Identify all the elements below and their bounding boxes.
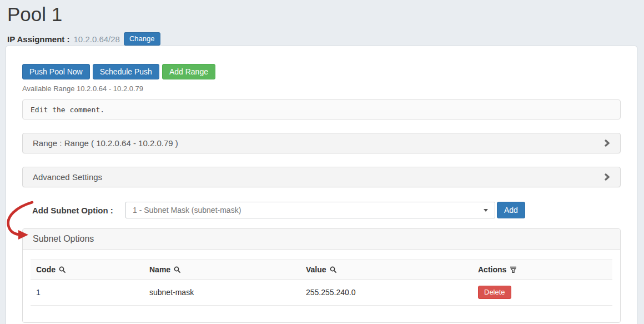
change-button[interactable]: Change <box>124 32 160 46</box>
advanced-settings-title: Advanced Settings <box>33 172 102 182</box>
ip-assignment-line: IP Assignment : 10.2.0.64/28 Change <box>7 32 160 46</box>
table-row: 1 subnet-mask 255.255.240.0 Delete <box>31 280 612 306</box>
column-label: Code <box>36 265 56 274</box>
add-subnet-option-button[interactable]: Add <box>497 202 525 218</box>
add-subnet-option-row: Add Subnet Option : 1 - Subnet Mask (sub… <box>32 202 621 218</box>
toolbar: Push Pool Now Schedule Push Add Range <box>22 64 621 79</box>
column-header-actions: Actions <box>472 260 612 280</box>
page-title: Pool 1 <box>7 3 62 26</box>
search-icon[interactable] <box>330 266 337 273</box>
range-accordion-title: Range : Range ( 10.2.0.64 - 10.2.0.79 ) <box>33 138 178 148</box>
add-range-button[interactable]: Add Range <box>162 64 215 79</box>
available-range-text: Available Range 10.2.0.64 - 10.2.0.79 <box>22 84 621 93</box>
caret-down-icon <box>484 209 488 212</box>
add-subnet-option-label: Add Subnet Option : <box>32 206 125 215</box>
column-header-name: Name <box>144 260 300 280</box>
ip-assignment-value: 10.2.0.64/28 <box>74 34 120 44</box>
comment-input[interactable]: Edit the comment. <box>22 99 621 119</box>
schedule-push-button[interactable]: Schedule Push <box>93 64 159 79</box>
search-icon[interactable] <box>174 266 181 273</box>
pool-card: Push Pool Now Schedule Push Add Range Av… <box>6 46 637 324</box>
chevron-right-icon <box>604 139 610 147</box>
cell-code: 1 <box>31 280 144 306</box>
subnet-options-panel-body: Code Name <box>23 250 620 322</box>
advanced-settings-accordion-header[interactable]: Advanced Settings <box>22 167 621 187</box>
subnet-options-panel-title: Subnet Options <box>23 229 620 250</box>
column-header-code: Code <box>31 260 144 280</box>
table-header-row: Code Name <box>31 260 612 280</box>
cell-name: subnet-mask <box>144 280 300 306</box>
push-pool-now-button[interactable]: Push Pool Now <box>22 64 90 79</box>
subnet-options-table: Code Name <box>31 260 612 306</box>
column-label: Actions <box>478 265 506 274</box>
column-header-value: Value <box>300 260 472 280</box>
filter-icon[interactable] <box>510 266 517 273</box>
search-icon[interactable] <box>59 266 66 273</box>
range-accordion-header[interactable]: Range : Range ( 10.2.0.64 - 10.2.0.79 ) <box>22 133 621 153</box>
ip-assignment-label: IP Assignment : <box>7 34 70 44</box>
subnet-option-select[interactable]: 1 - Subnet Mask (subnet-mask) <box>125 202 495 218</box>
cell-actions: Delete <box>472 280 612 306</box>
cell-value: 255.255.240.0 <box>300 280 472 306</box>
column-label: Value <box>306 265 326 274</box>
delete-button[interactable]: Delete <box>478 286 511 299</box>
column-label: Name <box>149 265 170 274</box>
subnet-options-panel: Subnet Options Code <box>22 228 621 323</box>
chevron-right-icon <box>604 173 610 181</box>
subnet-option-selected-value: 1 - Subnet Mask (subnet-mask) <box>133 206 241 215</box>
